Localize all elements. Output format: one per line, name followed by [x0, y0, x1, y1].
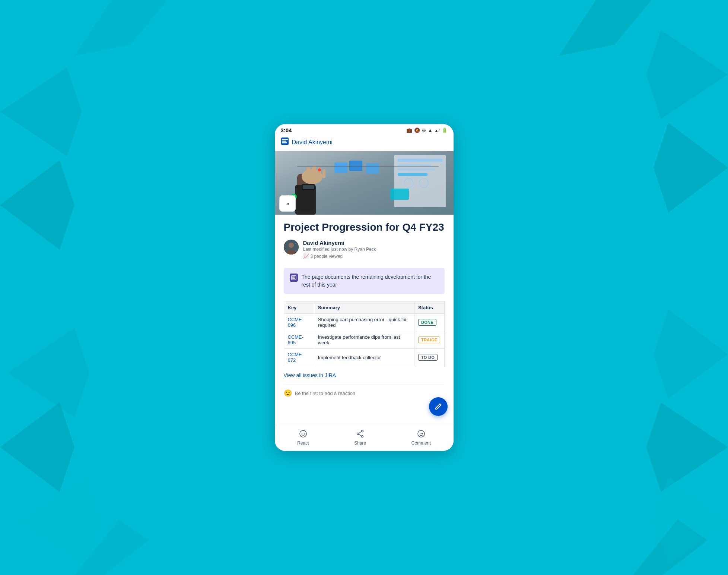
- table-cell-status: TO DO: [414, 349, 444, 366]
- mute-icon: 🔕: [414, 127, 420, 133]
- view-all-link[interactable]: View all issues in JIRA: [284, 372, 336, 378]
- svg-rect-26: [398, 173, 427, 176]
- confluence-icon: [281, 137, 289, 147]
- comment-action[interactable]: Comment: [411, 430, 431, 446]
- svg-rect-23: [398, 159, 442, 162]
- reaction-smiley-icon: 🙂: [284, 389, 292, 397]
- edit-fab[interactable]: [429, 397, 448, 416]
- svg-marker-9: [654, 309, 728, 399]
- svg-rect-17: [282, 139, 288, 140]
- status-time: 3:04: [281, 127, 292, 133]
- page-icon: [291, 275, 296, 280]
- status-badge: DONE: [418, 319, 436, 326]
- table-cell-summary: Investigate performance dips from last w…: [314, 331, 414, 349]
- jira-table: Key Summary Status CCME-696Shopping cart…: [284, 301, 445, 366]
- table-cell-status: TRAIGE: [414, 331, 444, 349]
- react-icon: [299, 430, 307, 440]
- share-action[interactable]: Share: [354, 430, 366, 446]
- svg-point-56: [357, 433, 359, 435]
- jira-key-link[interactable]: CCME-672: [288, 352, 304, 363]
- pencil-icon: [435, 403, 442, 410]
- nav-bar: David Akinyemi: [275, 135, 454, 151]
- svg-marker-8: [646, 216, 728, 306]
- react-label: React: [297, 440, 309, 446]
- svg-point-60: [420, 433, 420, 434]
- svg-point-53: [304, 433, 305, 433]
- views-row: 📈 3 people viewed: [303, 253, 445, 259]
- reaction-text: Be the first to add a reaction: [295, 391, 356, 396]
- status-badge: TRAIGE: [418, 337, 441, 343]
- hero-image: 🌡️🔥 +1 »: [275, 151, 454, 215]
- author-info: David Akinyemi Last modified just now by…: [303, 240, 445, 259]
- col-header-status: Status: [414, 302, 444, 314]
- svg-point-55: [362, 436, 363, 437]
- svg-point-51: [300, 430, 306, 437]
- svg-marker-0: [0, 67, 82, 157]
- article-content: Project Progression for Q4 FY23 David Ak…: [275, 215, 454, 406]
- page-title: Project Progression for Q4 FY23: [284, 221, 445, 234]
- share-label: Share: [354, 440, 366, 446]
- info-box-icon: [290, 274, 298, 282]
- svg-rect-33: [306, 167, 310, 178]
- fab-container: [275, 406, 454, 425]
- svg-rect-41: [349, 161, 362, 171]
- svg-rect-38: [303, 185, 314, 189]
- comment-icon: [417, 430, 425, 440]
- jira-key-link[interactable]: CCME-695: [288, 334, 304, 345]
- signal-icon: ▲/: [435, 128, 440, 133]
- table-cell-key[interactable]: CCME-695: [284, 331, 314, 349]
- share-icon: [356, 430, 364, 440]
- hero-illustration: [275, 151, 454, 215]
- svg-rect-49: [292, 278, 295, 278]
- bottom-bar: React Share: [275, 425, 454, 451]
- svg-rect-34: [312, 165, 316, 178]
- table-cell-key[interactable]: CCME-696: [284, 314, 314, 331]
- nav-title[interactable]: David Akinyemi: [292, 139, 333, 146]
- svg-marker-4: [0, 402, 74, 492]
- svg-point-39: [318, 168, 321, 171]
- table-cell-status: DONE: [414, 314, 444, 331]
- avatar-image: [284, 240, 299, 255]
- svg-marker-1: [0, 160, 74, 250]
- table-row: CCME-695Investigate performance dips fro…: [284, 331, 444, 349]
- author-name: David Akinyemi: [303, 240, 445, 246]
- author-row: David Akinyemi Last modified just now by…: [284, 240, 445, 259]
- app-icon: »: [279, 195, 296, 212]
- col-header-summary: Summary: [314, 302, 414, 314]
- col-header-key: Key: [284, 302, 314, 314]
- author-meta: Last modified just now by Ryan Peck: [303, 247, 445, 252]
- svg-marker-6: [646, 30, 728, 119]
- svg-point-45: [289, 243, 294, 248]
- svg-line-58: [359, 434, 361, 436]
- info-box: The page documents the remaining develop…: [284, 268, 445, 294]
- svg-marker-2: [0, 246, 82, 335]
- svg-rect-29: [390, 189, 409, 200]
- table-cell-key[interactable]: CCME-672: [284, 349, 314, 366]
- dnd-icon: ⊖: [422, 127, 426, 133]
- svg-rect-40: [334, 162, 347, 173]
- avatar: [284, 240, 299, 255]
- svg-point-52: [302, 433, 302, 433]
- svg-rect-36: [322, 169, 325, 178]
- table-row: CCME-696Shopping cart purchasing error -…: [284, 314, 444, 331]
- comment-label: Comment: [411, 440, 431, 446]
- phone-frame: 3:04 💼 🔕 ⊖ ▲ ▲/ 🔋 David Akinyemi: [275, 124, 454, 451]
- svg-marker-10: [646, 402, 728, 492]
- svg-rect-25: [398, 168, 435, 170]
- info-box-text: The page documents the remaining develop…: [302, 273, 439, 289]
- jira-key-link[interactable]: CCME-696: [288, 317, 304, 328]
- svg-marker-3: [7, 328, 89, 417]
- reaction-area: 🙂 Be the first to add a reaction: [284, 384, 445, 400]
- svg-rect-50: [292, 278, 295, 279]
- wifi-icon: ▲: [428, 127, 433, 133]
- react-action[interactable]: React: [297, 430, 309, 446]
- svg-rect-19: [282, 142, 287, 143]
- table-row: CCME-672Implement feedback collectorTO D…: [284, 349, 444, 366]
- status-badge: TO DO: [418, 354, 438, 361]
- briefcase-icon: 💼: [406, 127, 412, 133]
- views-count: 3 people viewed: [311, 254, 343, 259]
- trending-icon: 📈: [303, 253, 309, 259]
- svg-rect-42: [366, 163, 379, 174]
- svg-point-62: [422, 433, 423, 434]
- svg-marker-7: [654, 123, 728, 212]
